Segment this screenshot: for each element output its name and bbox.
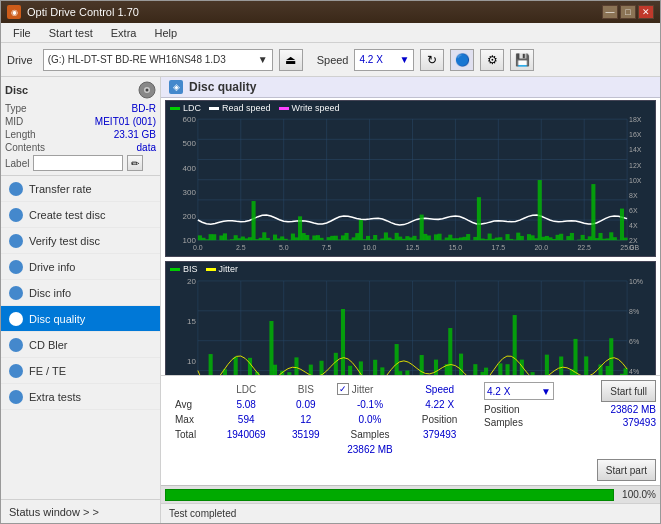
disc-quality-header-icon: ◈: [169, 80, 183, 94]
status-window-label: Status window > >: [9, 506, 99, 518]
minimize-button[interactable]: —: [602, 5, 618, 19]
svg-rect-89: [341, 235, 345, 240]
svg-rect-113: [427, 235, 431, 240]
disc-label-input[interactable]: [33, 155, 123, 171]
svg-rect-83: [319, 238, 323, 240]
svg-rect-137: [513, 240, 517, 241]
svg-rect-147: [548, 237, 552, 240]
stats-avg-row: Avg 5.08 0.09 -0.1% 4.22 X: [171, 398, 470, 411]
stats-header-jitter-check: ✓ Jitter: [333, 382, 408, 396]
drive-select[interactable]: (G:) HL-DT-ST BD-RE WH16NS48 1.D3 ▼: [43, 49, 273, 71]
svg-rect-312: [573, 339, 577, 375]
sidebar-item-verify-test-disc[interactable]: Verify test disc: [1, 228, 160, 254]
svg-rect-297: [520, 360, 524, 375]
position-value: 23862 MB: [333, 443, 408, 456]
svg-rect-241: [319, 361, 323, 375]
sidebar-item-extra-tests[interactable]: Extra tests: [1, 384, 160, 410]
svg-text:6X: 6X: [629, 207, 638, 214]
svg-rect-122: [459, 237, 463, 240]
avg-jitter: -0.1%: [333, 398, 408, 411]
svg-rect-144: [538, 180, 542, 240]
cd-bler-icon: [9, 338, 23, 352]
svg-rect-153: [570, 233, 574, 240]
chart2-legend: BIS Jitter: [170, 264, 238, 274]
svg-rect-152: [566, 236, 570, 240]
sidebar-item-fe-te[interactable]: FE / TE: [1, 358, 160, 384]
disc-quality-label: Disc quality: [29, 313, 85, 325]
svg-rect-68: [266, 238, 270, 240]
close-button[interactable]: ✕: [638, 5, 654, 19]
title-bar-left: ◉ Opti Drive Control 1.70: [7, 5, 139, 19]
menu-file[interactable]: File: [5, 25, 39, 41]
svg-rect-121: [455, 238, 459, 240]
maximize-button[interactable]: □: [620, 5, 636, 19]
svg-rect-71: [277, 238, 281, 240]
avg-speed: 4.22 X: [409, 398, 470, 411]
drive-dropdown-arrow: ▼: [258, 54, 268, 65]
settings-button2[interactable]: ⚙: [480, 49, 504, 71]
menu-extra[interactable]: Extra: [103, 25, 145, 41]
svg-rect-161: [598, 233, 602, 240]
save-button[interactable]: 💾: [510, 49, 534, 71]
svg-rect-124: [466, 234, 470, 240]
status-window-button[interactable]: Status window > >: [1, 499, 160, 523]
start-part-button[interactable]: Start part: [597, 459, 656, 481]
eject-button[interactable]: ⏏: [279, 49, 303, 71]
stats-header-bis: BIS: [281, 382, 331, 396]
svg-rect-165: [613, 237, 617, 240]
svg-point-2: [146, 89, 149, 92]
sidebar-item-drive-info[interactable]: Drive info: [1, 254, 160, 280]
svg-rect-72: [280, 236, 284, 240]
disc-length-row: Length 23.31 GB: [5, 129, 156, 140]
speed-select[interactable]: 4.2 X ▼: [354, 49, 414, 71]
settings-button1[interactable]: 🔵: [450, 49, 474, 71]
progress-text: 100.0%: [622, 489, 656, 500]
write-speed-color: [279, 107, 289, 110]
speed-dropdown[interactable]: 4.2 X ▼: [484, 382, 554, 400]
sidebar-item-disc-info[interactable]: Disc info: [1, 280, 160, 306]
sidebar-item-disc-quality[interactable]: Disc quality: [1, 306, 160, 332]
jitter-checkbox[interactable]: ✓: [337, 383, 349, 395]
svg-text:4X: 4X: [629, 222, 638, 229]
svg-text:0.0: 0.0: [193, 244, 203, 251]
drive-label: Drive: [7, 54, 33, 66]
menu-bar: File Start test Extra Help: [1, 23, 660, 43]
disc-type-value: BD-R: [132, 103, 156, 114]
legend-jitter: Jitter: [206, 264, 239, 274]
disc-contents-value[interactable]: data: [137, 142, 156, 153]
legend-ldc: LDC: [170, 103, 201, 113]
sidebar-item-transfer-rate[interactable]: Transfer rate: [1, 176, 160, 202]
refresh-button[interactable]: ↻: [420, 49, 444, 71]
bis-color: [170, 268, 180, 271]
svg-rect-126: [473, 237, 477, 240]
svg-rect-157: [584, 239, 588, 240]
verify-test-disc-icon: [9, 234, 23, 248]
svg-rect-295: [513, 315, 517, 375]
svg-text:400: 400: [183, 164, 197, 173]
menu-help[interactable]: Help: [146, 25, 185, 41]
menu-start-test[interactable]: Start test: [41, 25, 101, 41]
disc-mid-row: MID MEIT01 (001): [5, 116, 156, 127]
legend-read-speed: Read speed: [209, 103, 271, 113]
svg-text:15: 15: [187, 317, 196, 326]
disc-quality-icon: [9, 312, 23, 326]
svg-rect-156: [581, 235, 585, 240]
disc-quality-header: ◈ Disc quality: [161, 77, 660, 98]
sidebar-item-cd-bler[interactable]: CD Bler: [1, 332, 160, 358]
svg-rect-87: [334, 236, 338, 240]
app-icon: ◉: [7, 5, 21, 19]
svg-rect-59: [234, 235, 238, 240]
disc-label-edit-button[interactable]: ✏: [127, 155, 143, 171]
stats-position-row: 23862 MB: [171, 443, 470, 456]
sidebar: Disc Type BD-R MID MEIT01 (001) Len: [1, 77, 161, 523]
disc-header: Disc: [5, 81, 156, 99]
start-full-button[interactable]: Start full: [601, 380, 656, 402]
svg-rect-133: [498, 237, 502, 240]
fe-te-icon: [9, 364, 23, 378]
svg-rect-78: [302, 233, 306, 240]
sidebar-item-create-test-disc[interactable]: Create test disc: [1, 202, 160, 228]
total-label: Total: [171, 428, 212, 441]
svg-rect-86: [330, 236, 334, 240]
total-bis: 35199: [281, 428, 331, 441]
svg-rect-109: [412, 236, 416, 240]
